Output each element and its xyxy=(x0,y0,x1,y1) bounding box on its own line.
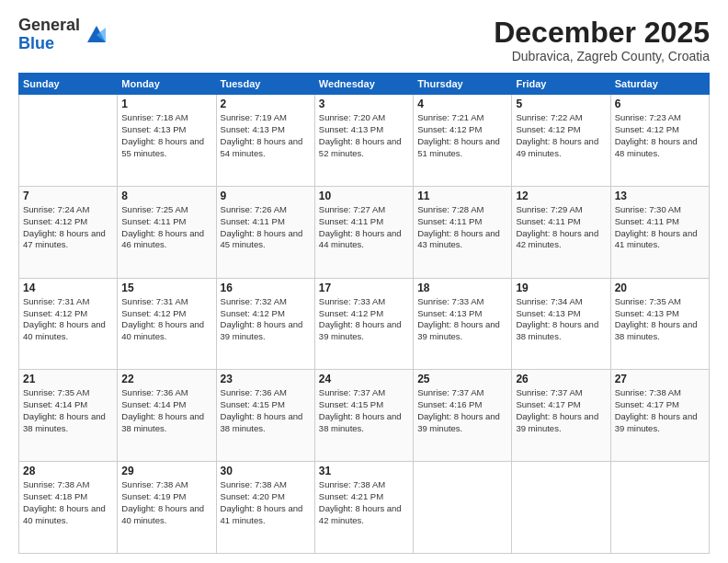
header: General Blue December 2025 Dubravica, Za… xyxy=(18,17,710,63)
day-number: 27 xyxy=(615,373,705,385)
calendar-header-monday: Monday xyxy=(118,74,216,95)
day-detail: Sunrise: 7:37 AM Sunset: 4:17 PM Dayligh… xyxy=(516,387,606,434)
day-number: 15 xyxy=(121,282,211,294)
day-number: 9 xyxy=(221,190,311,202)
calendar-week-1: 1Sunrise: 7:18 AM Sunset: 4:13 PM Daylig… xyxy=(19,95,710,187)
day-detail: Sunrise: 7:35 AM Sunset: 4:13 PM Dayligh… xyxy=(615,296,705,343)
calendar-cell: 11Sunrise: 7:28 AM Sunset: 4:11 PM Dayli… xyxy=(414,186,512,278)
cell-content: 4Sunrise: 7:21 AM Sunset: 4:12 PM Daylig… xyxy=(417,98,507,159)
cell-content: 25Sunrise: 7:37 AM Sunset: 4:16 PM Dayli… xyxy=(417,373,507,434)
day-number: 23 xyxy=(221,373,311,385)
day-detail: Sunrise: 7:29 AM Sunset: 4:11 PM Dayligh… xyxy=(516,204,606,251)
cell-content: 29Sunrise: 7:38 AM Sunset: 4:19 PM Dayli… xyxy=(121,465,211,526)
calendar-header-saturday: Saturday xyxy=(610,74,709,95)
calendar-week-3: 14Sunrise: 7:31 AM Sunset: 4:12 PM Dayli… xyxy=(19,278,710,370)
day-detail: Sunrise: 7:36 AM Sunset: 4:15 PM Dayligh… xyxy=(221,387,311,434)
calendar-cell: 31Sunrise: 7:38 AM Sunset: 4:21 PM Dayli… xyxy=(314,462,413,554)
day-number: 26 xyxy=(516,373,606,385)
cell-content: 21Sunrise: 7:35 AM Sunset: 4:14 PM Dayli… xyxy=(23,373,113,434)
cell-content: 18Sunrise: 7:33 AM Sunset: 4:13 PM Dayli… xyxy=(417,282,507,343)
day-detail: Sunrise: 7:32 AM Sunset: 4:12 PM Dayligh… xyxy=(221,296,311,343)
calendar-cell: 29Sunrise: 7:38 AM Sunset: 4:19 PM Dayli… xyxy=(118,462,216,554)
logo: General Blue xyxy=(18,17,109,53)
day-number: 10 xyxy=(319,190,409,202)
day-detail: Sunrise: 7:38 AM Sunset: 4:21 PM Dayligh… xyxy=(319,479,409,526)
cell-content: 11Sunrise: 7:28 AM Sunset: 4:11 PM Dayli… xyxy=(417,190,507,251)
day-detail: Sunrise: 7:23 AM Sunset: 4:12 PM Dayligh… xyxy=(615,112,705,159)
day-number: 1 xyxy=(121,98,211,110)
title-section: December 2025 Dubravica, Zagreb County, … xyxy=(494,17,710,63)
calendar-cell xyxy=(19,95,118,187)
calendar-cell: 23Sunrise: 7:36 AM Sunset: 4:15 PM Dayli… xyxy=(216,370,314,462)
calendar-cell xyxy=(414,462,512,554)
cell-content: 3Sunrise: 7:20 AM Sunset: 4:13 PM Daylig… xyxy=(319,98,409,159)
calendar-cell: 4Sunrise: 7:21 AM Sunset: 4:12 PM Daylig… xyxy=(414,95,512,187)
day-detail: Sunrise: 7:25 AM Sunset: 4:11 PM Dayligh… xyxy=(121,204,211,251)
day-number: 13 xyxy=(615,190,705,202)
cell-content: 27Sunrise: 7:38 AM Sunset: 4:17 PM Dayli… xyxy=(615,373,705,434)
cell-content: 10Sunrise: 7:27 AM Sunset: 4:11 PM Dayli… xyxy=(319,190,409,251)
cell-content: 20Sunrise: 7:35 AM Sunset: 4:13 PM Dayli… xyxy=(615,282,705,343)
day-number: 22 xyxy=(121,373,211,385)
calendar-cell: 21Sunrise: 7:35 AM Sunset: 4:14 PM Dayli… xyxy=(19,370,118,462)
day-number: 6 xyxy=(615,98,705,110)
calendar-cell: 1Sunrise: 7:18 AM Sunset: 4:13 PM Daylig… xyxy=(118,95,216,187)
day-number: 21 xyxy=(23,373,113,385)
calendar-header-tuesday: Tuesday xyxy=(216,74,314,95)
calendar-header-sunday: Sunday xyxy=(19,74,118,95)
day-number: 28 xyxy=(23,465,113,477)
day-detail: Sunrise: 7:20 AM Sunset: 4:13 PM Dayligh… xyxy=(319,112,409,159)
day-detail: Sunrise: 7:33 AM Sunset: 4:13 PM Dayligh… xyxy=(417,296,507,343)
calendar-cell: 19Sunrise: 7:34 AM Sunset: 4:13 PM Dayli… xyxy=(512,278,610,370)
calendar-header-thursday: Thursday xyxy=(414,74,512,95)
cell-content: 13Sunrise: 7:30 AM Sunset: 4:11 PM Dayli… xyxy=(615,190,705,251)
cell-content: 30Sunrise: 7:38 AM Sunset: 4:20 PM Dayli… xyxy=(221,465,311,526)
cell-content: 24Sunrise: 7:37 AM Sunset: 4:15 PM Dayli… xyxy=(319,373,409,434)
logo-general: General xyxy=(18,17,80,35)
day-number: 14 xyxy=(23,282,113,294)
day-number: 29 xyxy=(121,465,211,477)
day-detail: Sunrise: 7:33 AM Sunset: 4:12 PM Dayligh… xyxy=(319,296,409,343)
cell-content: 8Sunrise: 7:25 AM Sunset: 4:11 PM Daylig… xyxy=(121,190,211,251)
calendar-cell: 28Sunrise: 7:38 AM Sunset: 4:18 PM Dayli… xyxy=(19,462,118,554)
day-number: 30 xyxy=(221,465,311,477)
cell-content: 28Sunrise: 7:38 AM Sunset: 4:18 PM Dayli… xyxy=(23,465,113,526)
day-number: 2 xyxy=(221,98,311,110)
cell-content: 16Sunrise: 7:32 AM Sunset: 4:12 PM Dayli… xyxy=(221,282,311,343)
location: Dubravica, Zagreb County, Croatia xyxy=(494,49,710,63)
calendar-cell: 13Sunrise: 7:30 AM Sunset: 4:11 PM Dayli… xyxy=(610,186,709,278)
day-detail: Sunrise: 7:38 AM Sunset: 4:18 PM Dayligh… xyxy=(23,479,113,526)
calendar-cell: 6Sunrise: 7:23 AM Sunset: 4:12 PM Daylig… xyxy=(610,95,709,187)
cell-content: 6Sunrise: 7:23 AM Sunset: 4:12 PM Daylig… xyxy=(615,98,705,159)
cell-content: 26Sunrise: 7:37 AM Sunset: 4:17 PM Dayli… xyxy=(516,373,606,434)
cell-content: 5Sunrise: 7:22 AM Sunset: 4:12 PM Daylig… xyxy=(516,98,606,159)
cell-content: 7Sunrise: 7:24 AM Sunset: 4:12 PM Daylig… xyxy=(23,190,113,251)
day-detail: Sunrise: 7:22 AM Sunset: 4:12 PM Dayligh… xyxy=(516,112,606,159)
calendar-cell: 17Sunrise: 7:33 AM Sunset: 4:12 PM Dayli… xyxy=(314,278,413,370)
day-detail: Sunrise: 7:27 AM Sunset: 4:11 PM Dayligh… xyxy=(319,204,409,251)
calendar-cell: 16Sunrise: 7:32 AM Sunset: 4:12 PM Dayli… xyxy=(216,278,314,370)
calendar-cell: 25Sunrise: 7:37 AM Sunset: 4:16 PM Dayli… xyxy=(414,370,512,462)
cell-content: 14Sunrise: 7:31 AM Sunset: 4:12 PM Dayli… xyxy=(23,282,113,343)
calendar-cell: 9Sunrise: 7:26 AM Sunset: 4:11 PM Daylig… xyxy=(216,186,314,278)
day-detail: Sunrise: 7:31 AM Sunset: 4:12 PM Dayligh… xyxy=(121,296,211,343)
calendar-cell: 8Sunrise: 7:25 AM Sunset: 4:11 PM Daylig… xyxy=(118,186,216,278)
calendar-cell: 12Sunrise: 7:29 AM Sunset: 4:11 PM Dayli… xyxy=(512,186,610,278)
calendar-cell: 2Sunrise: 7:19 AM Sunset: 4:13 PM Daylig… xyxy=(216,95,314,187)
cell-content: 22Sunrise: 7:36 AM Sunset: 4:14 PM Dayli… xyxy=(121,373,211,434)
day-detail: Sunrise: 7:34 AM Sunset: 4:13 PM Dayligh… xyxy=(516,296,606,343)
calendar-cell xyxy=(610,462,709,554)
calendar-cell: 7Sunrise: 7:24 AM Sunset: 4:12 PM Daylig… xyxy=(19,186,118,278)
calendar-table: SundayMondayTuesdayWednesdayThursdayFrid… xyxy=(18,73,710,554)
day-number: 17 xyxy=(319,282,409,294)
cell-content: 23Sunrise: 7:36 AM Sunset: 4:15 PM Dayli… xyxy=(221,373,311,434)
calendar-cell: 15Sunrise: 7:31 AM Sunset: 4:12 PM Dayli… xyxy=(118,278,216,370)
day-detail: Sunrise: 7:21 AM Sunset: 4:12 PM Dayligh… xyxy=(417,112,507,159)
calendar-cell: 18Sunrise: 7:33 AM Sunset: 4:13 PM Dayli… xyxy=(414,278,512,370)
logo-blue: Blue xyxy=(18,35,80,53)
logo-text: General Blue xyxy=(18,17,80,53)
day-detail: Sunrise: 7:30 AM Sunset: 4:11 PM Dayligh… xyxy=(615,204,705,251)
calendar-cell: 14Sunrise: 7:31 AM Sunset: 4:12 PM Dayli… xyxy=(19,278,118,370)
cell-content: 31Sunrise: 7:38 AM Sunset: 4:21 PM Dayli… xyxy=(319,465,409,526)
day-detail: Sunrise: 7:35 AM Sunset: 4:14 PM Dayligh… xyxy=(23,387,113,434)
